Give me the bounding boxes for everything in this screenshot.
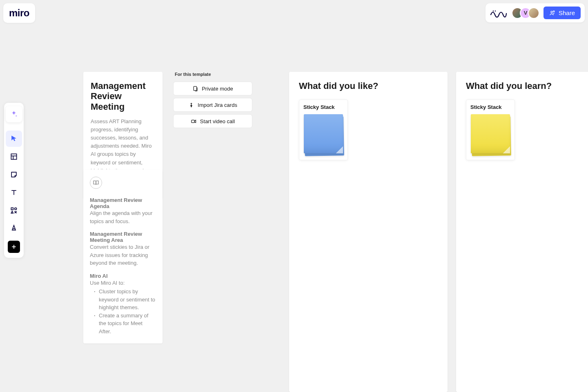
sticky-note[interactable] xyxy=(304,114,343,153)
agenda-sec-title: Management Review Agenda xyxy=(90,197,156,209)
note-stack[interactable] xyxy=(471,114,510,155)
template-actions: For this template Private mode Import Ji… xyxy=(173,72,252,131)
column-title: What did you like? xyxy=(299,81,438,91)
svg-rect-14 xyxy=(194,86,197,90)
sticky-stack-label: Sticky Stack xyxy=(470,104,502,110)
import-jira-button[interactable]: Import Jira cards xyxy=(173,98,252,112)
jira-icon xyxy=(188,102,194,108)
agenda-sec-body: Use Miro AI to: xyxy=(90,279,156,287)
column-title: What did you learn? xyxy=(466,81,585,91)
action-label: Start video call xyxy=(200,118,235,124)
agenda-ai-bullet: Cluster topics by keyword or sentiment t… xyxy=(94,288,156,312)
canvas[interactable]: Management Review Meeting Assess ART Pla… xyxy=(0,0,588,392)
agenda-sec-body: Convert stickies to Jira or Azure issues… xyxy=(90,243,156,267)
intro-title: Management Review Meeting xyxy=(91,81,155,112)
start-video-button[interactable]: Start video call xyxy=(173,114,252,128)
agenda-sec-title: Miro AI xyxy=(90,273,156,279)
sticky-stack[interactable]: Sticky Stack xyxy=(299,100,348,160)
book-icon xyxy=(90,177,102,189)
agenda-sec-body: Align the agenda with your topics and fo… xyxy=(90,209,156,225)
agenda-card[interactable]: Management Review Agenda Align the agend… xyxy=(83,169,163,343)
action-label: Private mode xyxy=(202,86,233,92)
note-stack[interactable] xyxy=(304,114,343,155)
sticky-note[interactable] xyxy=(471,114,510,153)
video-icon xyxy=(191,118,197,124)
svg-rect-15 xyxy=(192,120,195,122)
retro-column-like[interactable]: What did you like? Sticky Stack xyxy=(289,72,448,392)
agenda-sec-title: Management Review Meeting Area xyxy=(90,231,156,243)
retro-column-learn[interactable]: What did you learn? Sticky Stack xyxy=(456,72,588,392)
agenda-ai-list: Cluster topics by keyword or sentiment t… xyxy=(90,288,156,335)
private-mode-icon xyxy=(192,86,198,92)
template-actions-header: For this template xyxy=(173,72,252,77)
action-label: Import Jira cards xyxy=(198,102,237,108)
agenda-ai-bullet: Create a summary of the topics for Meet … xyxy=(94,312,156,336)
private-mode-button[interactable]: Private mode xyxy=(173,82,252,95)
sticky-stack-label: Sticky Stack xyxy=(303,104,335,110)
sticky-stack[interactable]: Sticky Stack xyxy=(466,100,515,160)
